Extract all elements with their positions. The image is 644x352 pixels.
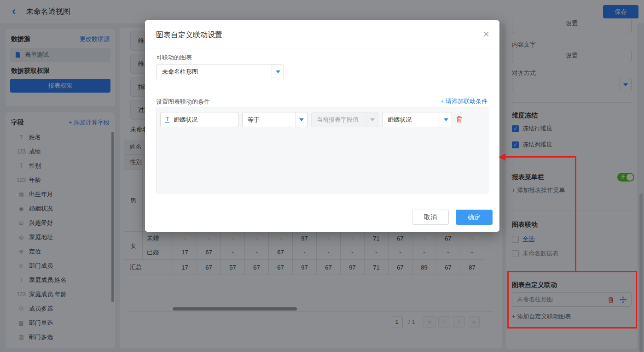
select-caret-section	[295, 112, 307, 127]
add-condition-link[interactable]: + 请添加联动条件	[441, 97, 487, 106]
condition-source-value: 当前报表字段值	[317, 112, 359, 127]
chevron-down-icon	[444, 118, 448, 121]
annotation-arrowhead	[499, 153, 505, 161]
modal-title: 图表自定义联动设置	[156, 30, 222, 40]
text-type-icon: T	[165, 117, 169, 123]
condition-operator-select[interactable]: 等于	[242, 112, 307, 127]
condition-source-select[interactable]: 当前报表字段值	[311, 112, 378, 127]
condition-field-input[interactable]: T 婚姻状况	[160, 112, 238, 127]
select-caret-section	[272, 65, 284, 79]
condition-operator-value: 等于	[248, 112, 260, 127]
linkable-chart-value: 未命名柱形图	[162, 65, 198, 79]
annotation-vertical-line	[575, 156, 576, 272]
chevron-down-icon	[276, 70, 280, 73]
select-caret-section	[366, 112, 378, 127]
custom-linkage-modal: 图表自定义联动设置 × 可联动的图表 未命名柱形图 设置图表联动的条件 + 请添…	[145, 20, 499, 232]
linkable-chart-label: 可联动的图表	[156, 53, 192, 62]
linkable-chart-select[interactable]: 未命名柱形图	[156, 65, 284, 79]
condition-field-value: 婚姻状况	[174, 116, 197, 124]
select-caret-section	[440, 112, 452, 127]
app-root: { "topbar": { "back_icon": "‹", "title":…	[0, 0, 644, 352]
condition-panel: T 婚姻状况 等于 当前报表字段值 婚姻状况	[156, 107, 488, 194]
annotation-highlight-box	[507, 271, 637, 329]
condition-value-select[interactable]: 婚姻状况	[382, 112, 452, 127]
cancel-button[interactable]: 取消	[412, 210, 449, 225]
chevron-down-icon	[370, 118, 375, 121]
delete-condition-icon[interactable]	[456, 115, 463, 123]
chevron-down-icon	[299, 118, 304, 121]
close-icon[interactable]: ×	[483, 28, 489, 41]
confirm-button[interactable]: 确定	[456, 210, 493, 225]
condition-value-value: 婚姻状况	[388, 112, 412, 127]
modal-header-divider	[145, 48, 499, 48]
condition-section-label: 设置图表联动的条件	[156, 98, 210, 106]
annotation-horizontal-line	[505, 156, 576, 158]
